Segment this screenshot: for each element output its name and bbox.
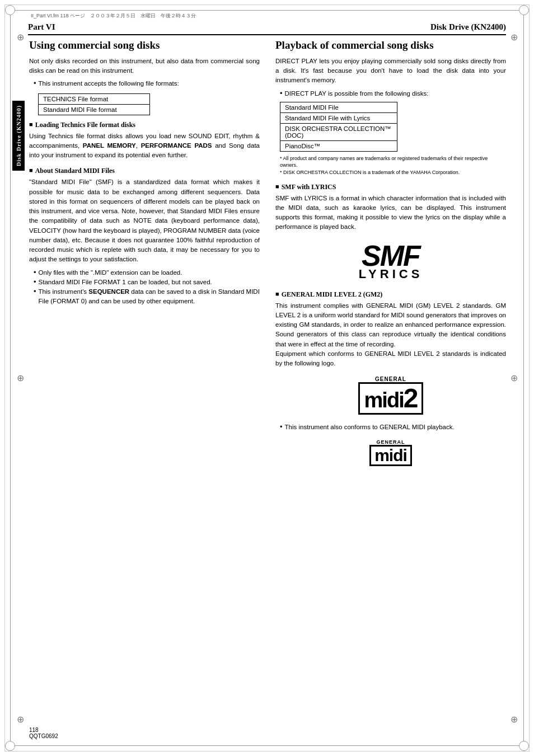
smf-bullet-3: This instrument's SEQUENCER data can be …: [34, 287, 260, 307]
corner-circle-tr: [519, 5, 529, 15]
left-section-title: Using commercial song disks: [29, 39, 260, 52]
smf-logo-text: SMF: [346, 241, 435, 270]
reg-mark-right-bottom: ⊕: [508, 713, 519, 725]
reg-mark-left-mid: ⊕: [15, 373, 26, 384]
reg-mark-right-mid: ⊕: [508, 373, 519, 384]
file-header: II_Part VI.fm 118 ページ ２００３年２月５日 水曜日 午後２時…: [31, 12, 196, 20]
gm2-general-text: GENERAL: [352, 376, 430, 382]
formats-bullet-text: This instrument accepts the following fi…: [39, 79, 179, 88]
gm-playback-text: This instrument also conforms to GENERAL…: [285, 422, 455, 432]
direct-row-3: DISK ORCHESTRA COLLECTION™ (DOC): [280, 124, 397, 141]
reg-mark-left-top: ⊕: [15, 31, 26, 43]
sidebar-tab: Disk Drive (KN2400): [12, 101, 25, 171]
format-row-2: Standard MIDI File format: [39, 105, 149, 115]
direct-play-table: Standard MIDI File Standard MIDI File wi…: [280, 102, 397, 152]
gm2-heading-text: GENERAL MIDI LEVEL 2 (GM2): [282, 290, 383, 299]
gm-logo: GENERAL midi: [354, 439, 427, 466]
page-number: 118: [29, 727, 58, 733]
gm2-heading: GENERAL MIDI LEVEL 2 (GM2): [275, 290, 506, 299]
smf-lyrics-heading: SMF with LYRICS: [275, 183, 506, 191]
gm-playback-bullet: This instrument also conforms to GENERAL…: [280, 422, 506, 432]
right-intro-text: DIRECT PLAY lets you enjoy playing comme…: [275, 57, 506, 86]
formats-bullet: This instrument accepts the following fi…: [34, 79, 260, 88]
reg-mark-right-top: ⊕: [508, 31, 519, 43]
gm-midi-text: midi: [369, 445, 412, 466]
smf-heading-text: About Standard MIDI Files: [35, 167, 115, 175]
lyrics-logo-text: LYRICS: [346, 267, 435, 281]
part-label: Part VI: [28, 22, 55, 32]
direct-bullet-text: DIRECT PLAY is possible from the followi…: [285, 89, 429, 98]
smf-text-body: "Standard MIDI File" (SMF) is a standard…: [29, 177, 260, 264]
reg-mark-left-bottom: ⊕: [15, 713, 26, 725]
page-footer: 118 QQTG0692: [29, 727, 58, 739]
smf-bullet-1-text: Only files with the ".MID" extension can…: [39, 268, 182, 278]
smf-bullet-2-text: Standard MIDI File FORMAT 1 can be loade…: [39, 278, 212, 287]
footnote-2: * DISK ORCHESTRA COLLECTION is a tradema…: [280, 169, 506, 176]
loading-text: Using Technics file format disks allows …: [29, 132, 260, 161]
gm2-midi2-text: midi2: [358, 382, 424, 415]
gm2-logo: GENERAL midi2: [352, 376, 430, 415]
smf-bullet-3-text: This instrument's SEQUENCER data can be …: [39, 287, 260, 307]
loading-heading-text: Loading Technics File format disks: [35, 121, 135, 129]
format-table: TECHNICS File format Standard MIDI File …: [38, 93, 150, 115]
right-section-title: Playback of commercial song disks: [275, 39, 506, 52]
corner-circle-bl: [5, 741, 15, 751]
main-content: Using commercial song disks Not only dis…: [29, 34, 506, 728]
footnotes: * All product and company names are trad…: [280, 155, 506, 176]
gm2-midi-part: midi: [364, 388, 404, 412]
right-column: Playback of commercial song disks DIRECT…: [275, 39, 506, 473]
gm2-num-part: 2: [404, 383, 418, 413]
loading-heading: Loading Technics File format disks: [29, 121, 260, 129]
smf-lyrics-logo: SMF LYRICS: [346, 241, 435, 281]
corner-circle-tl: [5, 5, 15, 15]
footnote-1: * All product and company names are trad…: [280, 155, 506, 169]
gm-general-text: GENERAL: [354, 439, 427, 445]
direct-row-4: PianoDisc™: [280, 141, 397, 151]
gm2-body: This instrument complies with GENERAL MI…: [275, 301, 506, 369]
smf-bullets: Only files with the ".MID" extension can…: [29, 268, 260, 307]
smf-bullet-2: Standard MIDI File FORMAT 1 can be loade…: [34, 278, 260, 287]
left-column: Using commercial song disks Not only dis…: [29, 39, 260, 473]
page-code: QQTG0692: [29, 733, 58, 739]
smf-lyrics-heading-text: SMF with LYRICS: [282, 183, 336, 191]
direct-row-1: Standard MIDI File: [280, 102, 397, 113]
two-column-layout: Using commercial song disks Not only dis…: [29, 39, 506, 473]
direct-row-2: Standard MIDI File with Lyrics: [280, 113, 397, 124]
format-row-1: TECHNICS File format: [39, 94, 149, 105]
smf-lyrics-body: SMF with LYRICS is a format in which cha…: [275, 194, 506, 232]
direct-bullet: DIRECT PLAY is possible from the followi…: [280, 89, 506, 98]
corner-circle-br: [519, 741, 529, 751]
disk-drive-label: Disk Drive (KN2400): [430, 22, 506, 32]
smf-heading: About Standard MIDI Files: [29, 167, 260, 175]
smf-bullet-1: Only files with the ".MID" extension can…: [34, 268, 260, 278]
left-intro-text: Not only disks recorded on this instrume…: [29, 57, 260, 76]
